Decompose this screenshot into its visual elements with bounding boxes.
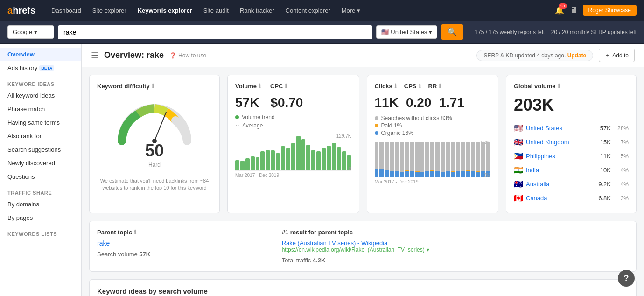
clicks-value: 11K — [375, 95, 399, 110]
legend-organic: Organic 16% — [375, 130, 491, 136]
nav-content-explorer[interactable]: Content explorer — [281, 3, 335, 18]
parent-topic-keyword[interactable]: rake — [97, 240, 110, 247]
monitor-icon[interactable]: 🖥 — [570, 6, 577, 14]
country-pct: 4% — [615, 181, 629, 188]
nav-site-audit[interactable]: Site audit — [199, 3, 233, 18]
sidebar-item-having-same-terms[interactable]: Having same terms — [0, 116, 81, 129]
gauge-score: 50 — [145, 141, 164, 161]
page-header: ☰ Overview: rake ❓ How to use SERP & KD … — [82, 44, 644, 67]
volume-bar — [240, 161, 245, 170]
add-to-button[interactable]: ＋ Add to — [599, 49, 635, 62]
volume-bar — [311, 150, 315, 170]
parent-topic-label: Parent topic ℹ — [97, 229, 271, 236]
clicks-bar — [405, 142, 409, 177]
avg-icon: ·· — [235, 121, 239, 130]
gauge-chart — [112, 99, 196, 146]
sidebar-item-by-pages[interactable]: By pages — [0, 211, 81, 225]
country-pct: 4% — [615, 167, 629, 174]
country-flag: 🇦🇺 — [514, 180, 523, 189]
rr-info-icon[interactable]: ℹ — [439, 83, 441, 90]
country-label: United States — [391, 28, 427, 35]
gauge-label: Hard — [148, 162, 161, 168]
global-volume-info-icon[interactable]: ℹ — [558, 83, 560, 90]
nav-dashboard[interactable]: Dashboard — [47, 3, 86, 18]
parent-topic-right: #1 result for parent topic Rake (Austral… — [282, 229, 629, 264]
cps-info-icon[interactable]: ℹ — [419, 83, 421, 90]
menu-icon[interactable]: ☰ — [91, 50, 98, 61]
main-layout: Overview Ads history BETA Keyword ideas … — [0, 44, 644, 296]
clicks-bar — [435, 142, 440, 177]
sidebar-section-traffic-share: Traffic share — [0, 183, 81, 197]
search-bar: Google ▾ 🇺🇸 United States ▾ 🔍 175 / 175 … — [0, 21, 644, 44]
cps-value-item: 0.20 — [406, 95, 432, 110]
volume-bar — [271, 150, 275, 170]
volume-value-item: 57K — [235, 95, 259, 110]
user-button[interactable]: Roger Showcase — [583, 5, 637, 16]
result-link[interactable]: Rake (Australian TV series) - Wikipedia — [282, 240, 388, 247]
notifications-icon[interactable]: 🔔 30 — [555, 6, 564, 15]
country-volume: 57K — [600, 125, 611, 132]
country-name[interactable]: India — [526, 167, 600, 174]
country-select[interactable]: 🇺🇸 United States ▾ — [376, 25, 437, 39]
flag-icon: 🇺🇸 — [381, 28, 389, 35]
search-input[interactable] — [58, 25, 372, 39]
kd-info-icon[interactable]: ℹ — [152, 83, 154, 90]
volume-bar — [251, 156, 255, 170]
sidebar-item-search-suggestions[interactable]: Search suggestions — [0, 143, 81, 156]
sidebar-item-also-rank-for[interactable]: Also rank for — [0, 129, 81, 143]
organic-dot — [375, 131, 378, 135]
how-to-use-link[interactable]: ❓ How to use — [169, 52, 206, 59]
nav-site-explorer[interactable]: Site explorer — [88, 3, 131, 18]
clicks-info-icon[interactable]: ℹ — [394, 83, 397, 90]
country-pct: 3% — [615, 195, 629, 202]
legend-no-clicks: Searches without clicks 83% — [375, 115, 491, 121]
volume-chart — [235, 134, 351, 171]
chart-date-range: Mar 2017 - Dec 2019 — [235, 173, 351, 178]
nav-rank-tracker[interactable]: Rank tracker — [235, 3, 279, 18]
parent-topic-volume: Search volume 57K — [97, 251, 271, 258]
plus-icon: ＋ — [605, 51, 610, 59]
country-name[interactable]: United Kingdom — [526, 139, 600, 146]
keyword-ideas-title: Keyword ideas by search volume — [97, 287, 629, 295]
country-name[interactable]: Australia — [526, 181, 598, 188]
nav-keywords-explorer[interactable]: Keywords explorer — [133, 3, 197, 18]
country-name[interactable]: United States — [526, 125, 600, 132]
result-url: https://en.wikipedia.org/wiki/Rake_(Aust… — [282, 247, 629, 253]
sidebar: Overview Ads history BETA Keyword ideas … — [0, 44, 82, 296]
sidebar-item-newly-discovered[interactable]: Newly discovered — [0, 156, 81, 170]
cpc-info-icon[interactable]: ℹ — [285, 83, 287, 90]
update-link[interactable]: Update — [567, 52, 587, 59]
nav-right: 🔔 30 🖥 Roger Showcase — [555, 5, 637, 16]
volume-info-icon[interactable]: ℹ — [259, 83, 261, 90]
avg-row: ·· Average — [235, 121, 351, 130]
logo[interactable]: ahrefs — [7, 5, 35, 16]
country-name[interactable]: Philippines — [526, 153, 600, 160]
question-icon: ❓ — [169, 52, 176, 59]
clicks-bar — [481, 142, 485, 177]
help-button[interactable]: ? — [618, 270, 635, 287]
country-volume: 9.2K — [598, 181, 611, 188]
country-volume: 6.8K — [598, 195, 611, 202]
nav-more[interactable]: More ▾ — [337, 3, 365, 18]
paid-dot — [375, 124, 378, 127]
sidebar-item-all-keyword-ideas[interactable]: All keyword ideas — [0, 89, 81, 102]
parent-topic-info-icon[interactable]: ℹ — [134, 229, 136, 236]
cps-value: 0.20 — [406, 95, 432, 110]
sidebar-item-questions[interactable]: Questions — [0, 170, 81, 183]
sidebar-item-overview[interactable]: Overview — [0, 48, 81, 61]
result-title: #1 result for parent topic — [282, 229, 629, 236]
country-row: 🇺🇸 United States 57K 28% — [514, 121, 629, 135]
volume-card: Volume ℹ CPC ℹ 57K $0.70 Volume trend — [227, 75, 359, 213]
sidebar-item-ads-history[interactable]: Ads history BETA — [0, 61, 81, 75]
cpc-value: $0.70 — [270, 95, 303, 110]
volume-bar — [256, 157, 260, 170]
country-chevron-icon: ▾ — [429, 28, 432, 35]
clicks-metrics: 11K 0.20 1.71 — [375, 95, 491, 110]
sidebar-item-by-domains[interactable]: By domains — [0, 197, 81, 211]
cpc-value-item: $0.70 — [270, 95, 303, 110]
parent-topic-left: Parent topic ℹ rake Search volume 57K — [97, 229, 271, 264]
country-name[interactable]: Canada — [526, 195, 598, 202]
engine-select[interactable]: Google ▾ — [7, 25, 54, 39]
sidebar-item-phrase-match[interactable]: Phrase match — [0, 102, 81, 116]
search-button[interactable]: 🔍 — [441, 24, 463, 40]
